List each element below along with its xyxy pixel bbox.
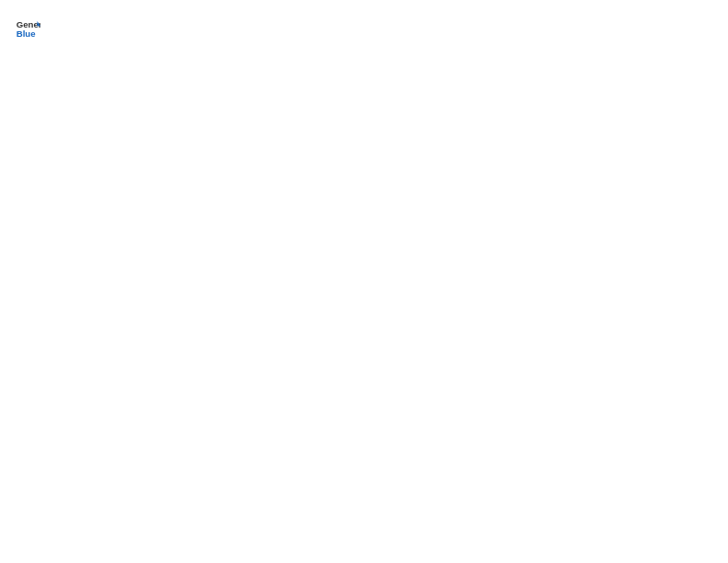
logo: General Blue [15,15,40,40]
svg-text:Blue: Blue [17,29,36,39]
logo-icon: General Blue [15,15,40,40]
page-header: General Blue [15,15,713,40]
